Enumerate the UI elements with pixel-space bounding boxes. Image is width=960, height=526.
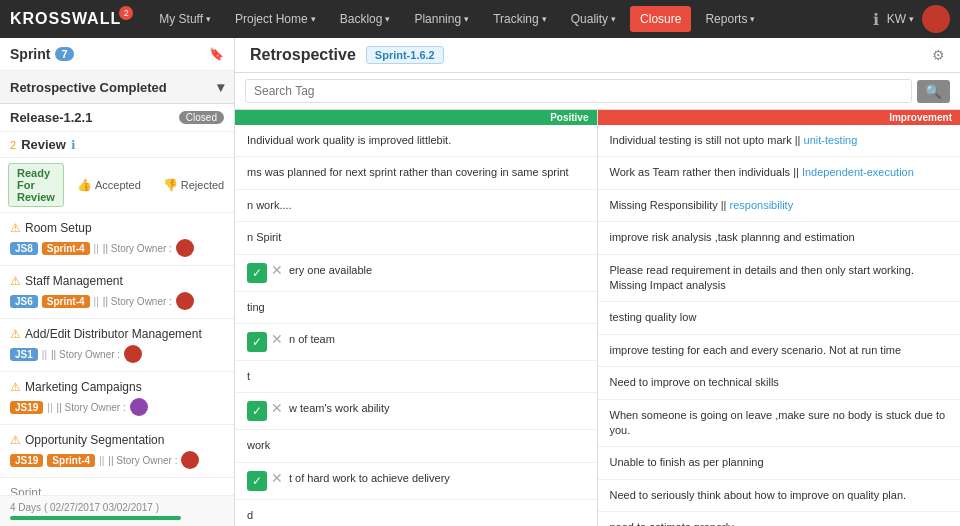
accept-button[interactable]: ✓ [247,263,267,283]
retro-item-text: Missing Responsibility || responsibility [610,199,794,211]
story-tags: JS8 Sprint-4 || || Story Owner : [10,239,224,257]
nav-project-home[interactable]: Project Home ▾ [225,6,326,32]
retro-item: ✓ ✕ ery one available [235,255,597,292]
story-owner-label: || Story Owner : [51,349,120,360]
retro-item-text: Work as Team rather then individuals || … [610,166,914,178]
retro-item: improve risk analysis ,task plannng and … [598,222,961,254]
retro-item: Individual work quality is improved litt… [235,125,597,157]
chevron-down-icon: ▾ [909,14,914,24]
user-avatar[interactable] [922,5,950,33]
nav-quality[interactable]: Quality ▾ [561,6,626,32]
nav-my-stuff[interactable]: My Stuff ▾ [149,6,221,32]
retro-item: improve testing for each and every scena… [598,335,961,367]
retro-item: ms was planned for next sprint rather th… [235,157,597,189]
story-tags: JS6 Sprint-4 || || Story Owner : [10,292,224,310]
chevron-down-icon: ▾ [750,14,755,24]
thumbs-down-icon: 👎 [163,178,178,192]
progress-bar [10,516,181,520]
retro-actions: ✓ ✕ [247,332,283,352]
reject-button[interactable]: ✕ [271,263,283,277]
owner-avatar [176,292,194,310]
retro-item: ✓ ✕ w team's work ability [235,393,597,430]
retro-item: ✓ ✕ t of hard work to achieve delivery [235,463,597,500]
warning-icon: ⚠ [10,380,21,394]
tag-js: JS19 [10,454,43,467]
retro-item: Individual testing is still not upto mar… [598,125,961,157]
retro-item-text: When someone is going on leave ,make sur… [610,409,946,436]
retro-item-text: need to estimate properly [610,521,734,526]
number-badge: 2 [10,139,16,151]
retro-item: Work as Team rather then individuals || … [598,157,961,189]
chevron-down-icon: ▾ [311,14,316,24]
retro-item: ting [235,292,597,324]
nav-reports[interactable]: Reports ▾ [695,6,765,32]
owner-avatar [130,398,148,416]
gear-icon[interactable]: ⚙ [932,47,945,63]
retro-item: work [235,430,597,462]
warning-icon: ⚠ [10,433,21,447]
tab-rejected[interactable]: 👎 Rejected [154,174,233,196]
warning-icon: ⚠ [10,274,21,288]
bookmark-icon[interactable]: 🔖 [209,47,224,61]
retrospective-completed-bar: Retrospective Completed ▾ [0,71,234,104]
search-input[interactable] [245,79,912,103]
content-header: Retrospective Sprint-1.6.2 ⚙ [235,38,960,73]
story-item[interactable]: ⚠ Staff Management JS6 Sprint-4 || || St… [0,266,234,319]
story-name: ⚠ Add/Edit Distributor Management [10,327,224,341]
sidebar-footer: 4 Days ( 02/27/2017 03/02/2017 ) [0,495,234,526]
release-title: Release-1.2.1 [10,110,92,125]
retro-item: n Spirit [235,222,597,254]
story-name: ⚠ Opportunity Segmentation [10,433,224,447]
review-row: 2 Review ℹ [0,132,234,158]
chevron-down-icon[interactable]: ▾ [217,79,224,95]
reject-button[interactable]: ✕ [271,471,283,485]
info-icon[interactable]: ℹ [71,138,76,152]
nav-tracking[interactable]: Tracking ▾ [483,6,557,32]
retro-actions: ✓ ✕ [247,471,283,491]
story-item[interactable]: ⚠ Opportunity Segmentation JS19 Sprint-4… [0,425,234,478]
info-icon[interactable]: ℹ [873,10,879,29]
retro-item-text: ms was planned for next sprint rather th… [247,165,585,180]
reject-button[interactable]: ✕ [271,332,283,346]
story-item[interactable]: Sprint... [0,478,234,495]
nav-backlog[interactable]: Backlog ▾ [330,6,401,32]
owner-avatar [124,345,142,363]
sprint-dates: 4 Days ( 02/27/2017 03/02/2017 ) [10,502,224,513]
retro-item: d [235,500,597,526]
tab-accepted[interactable]: 👍 Accepted [68,174,150,196]
logo-text: KROSSWALL [10,10,121,28]
story-owner-label: || Story Owner : [103,243,172,254]
warning-icon: ⚠ [10,221,21,235]
retro-item: n work.... [235,190,597,222]
improvement-header: Improvement [598,110,961,125]
content-area: Retrospective Sprint-1.6.2 ⚙ 🔍 Positive … [235,38,960,526]
retro-item-text: Need to seriously think about how to imp… [610,489,907,501]
story-item[interactable]: ⚠ Room Setup JS8 Sprint-4 || || Story Ow… [0,213,234,266]
retro-item-text: n of team [289,332,585,347]
retro-item: testing quality low [598,302,961,334]
retro-actions: ✓ ✕ [247,401,283,421]
story-name: ⚠ Room Setup [10,221,224,235]
nav-planning[interactable]: Planning ▾ [404,6,479,32]
accept-button[interactable]: ✓ [247,332,267,352]
search-bar: 🔍 [235,73,960,110]
positive-header: Positive [235,110,597,125]
tag-sprint: Sprint-4 [42,295,90,308]
retro-item-text: testing quality low [610,311,697,323]
reject-button[interactable]: ✕ [271,401,283,415]
search-button[interactable]: 🔍 [917,80,950,103]
story-owner-label: || Story Owner : [57,402,126,413]
logo-area: KROSSWALL 2 [10,10,135,28]
tab-ready-for-review[interactable]: Ready For Review [8,163,64,207]
retro-item-text: t of hard work to achieve delivery [289,471,585,486]
accept-button[interactable]: ✓ [247,401,267,421]
nav-closure[interactable]: Closure [630,6,691,32]
retro-item-text: n work.... [247,198,585,213]
story-item[interactable]: ⚠ Marketing Campaigns JS19 || || Story O… [0,372,234,425]
user-menu[interactable]: KW ▾ [887,12,914,26]
accept-button[interactable]: ✓ [247,471,267,491]
story-item[interactable]: ⚠ Add/Edit Distributor Management JS1 ||… [0,319,234,372]
release-bar: Release-1.2.1 Closed [0,104,234,132]
retrospective-title: Retrospective [250,46,356,64]
retro-item-text: Need to improve on technical skills [610,376,779,388]
